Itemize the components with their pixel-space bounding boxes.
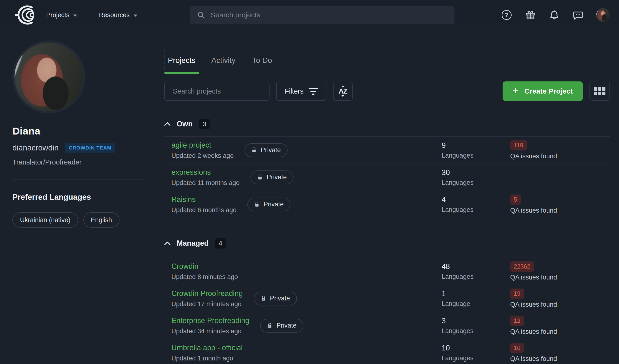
project-name-link[interactable]: Enterprise Proofreading bbox=[171, 316, 249, 325]
project-updated: Updated 11 months ago bbox=[171, 179, 239, 187]
qa-count-badge[interactable]: 19 bbox=[510, 289, 524, 299]
language-chip-ukrainian[interactable]: Ukrainian (native) bbox=[12, 212, 78, 228]
section-own-header[interactable]: Own 3 bbox=[164, 119, 610, 129]
project-row: Enterprise Proofreading Updated 34 minut… bbox=[164, 312, 610, 339]
qa-count-badge[interactable]: 22362 bbox=[510, 261, 534, 272]
filter-icon bbox=[309, 88, 318, 95]
languages-count: 30 bbox=[442, 168, 510, 177]
qa-label: QA issues found bbox=[510, 207, 610, 214]
projects-toolbar: Filters AZ + Create Project bbox=[164, 81, 610, 101]
main-panel: Projects Activity To Do Filters AZ + Cre… bbox=[164, 30, 610, 364]
private-badge-label: Private bbox=[267, 174, 287, 181]
resources-menu-label: Resources bbox=[99, 12, 130, 19]
filters-button-label: Filters bbox=[285, 87, 304, 95]
qa-label: QA issues found bbox=[510, 328, 610, 336]
lock-icon bbox=[254, 201, 259, 208]
qa-count-badge[interactable]: 5 bbox=[510, 195, 521, 205]
languages-label: Languages bbox=[442, 273, 510, 280]
languages-count: 48 bbox=[442, 262, 510, 271]
create-project-button[interactable]: + Create Project bbox=[503, 81, 583, 101]
languages-count: 4 bbox=[442, 196, 510, 204]
project-updated: Updated 1 month ago bbox=[171, 355, 243, 362]
filters-button[interactable]: Filters bbox=[276, 82, 326, 101]
section-title: Own bbox=[177, 120, 193, 128]
project-name-link[interactable]: Umbrella app - official bbox=[171, 344, 243, 352]
languages-label: Languages bbox=[442, 206, 510, 213]
project-row: Crowdin Proofreading Updated 17 minutes … bbox=[164, 285, 610, 312]
grid-icon bbox=[594, 87, 605, 95]
global-search[interactable] bbox=[190, 6, 454, 24]
private-badge-label: Private bbox=[270, 295, 290, 302]
project-row: expressions Updated 11 months ago Privat… bbox=[164, 164, 610, 191]
languages-count: 3 bbox=[442, 317, 510, 325]
chevron-down-icon bbox=[134, 14, 137, 17]
private-badge: Private bbox=[254, 292, 297, 306]
preferred-languages-title: Preferred Languages bbox=[12, 193, 153, 202]
project-updated: Updated 17 minutes ago bbox=[171, 300, 243, 308]
lock-icon bbox=[261, 295, 266, 302]
project-updated: Updated 2 weeks ago bbox=[171, 152, 234, 159]
messages-button[interactable] bbox=[572, 9, 584, 21]
nav-actions: ? bbox=[501, 8, 610, 22]
project-name-link[interactable]: Crowdin bbox=[171, 262, 238, 271]
managed-projects-list: Crowdin Updated 8 minutes ago 48 Languag… bbox=[164, 258, 610, 364]
qa-label: QA issues found bbox=[510, 274, 610, 281]
languages-count: 1 bbox=[442, 290, 510, 298]
project-updated: Updated 6 months ago bbox=[171, 206, 236, 214]
tab-projects[interactable]: Projects bbox=[164, 49, 199, 74]
project-name-link[interactable]: agile project bbox=[171, 141, 234, 150]
projects-menu[interactable]: Projects bbox=[46, 7, 77, 24]
private-badge: Private bbox=[251, 170, 294, 184]
global-search-input[interactable] bbox=[211, 11, 448, 19]
view-toggle-button[interactable] bbox=[590, 82, 610, 101]
bell-icon bbox=[549, 10, 560, 20]
qa-count-badge[interactable]: 10 bbox=[510, 343, 524, 353]
tab-todo[interactable]: To Do bbox=[251, 49, 273, 74]
project-row: Crowdin Updated 8 minutes ago 48 Languag… bbox=[164, 258, 610, 285]
section-count-badge: 4 bbox=[215, 238, 226, 249]
sort-button[interactable]: AZ bbox=[333, 82, 352, 101]
top-nav: Projects Resources ? bbox=[0, 0, 619, 30]
user-avatar[interactable] bbox=[596, 8, 610, 22]
languages-count: 10 bbox=[442, 344, 510, 352]
chevron-up-icon bbox=[164, 122, 170, 126]
languages-label: Languages bbox=[442, 179, 510, 186]
profile-tabs: Projects Activity To Do bbox=[164, 49, 610, 74]
profile-avatar[interactable] bbox=[12, 41, 85, 113]
languages-label: Languages bbox=[442, 152, 510, 159]
whats-new-button[interactable] bbox=[525, 9, 536, 21]
qa-count-badge[interactable]: 12 bbox=[510, 316, 524, 326]
chevron-up-icon bbox=[164, 241, 170, 245]
divider bbox=[12, 179, 146, 180]
lock-icon bbox=[257, 174, 263, 181]
projects-menu-label: Projects bbox=[46, 12, 70, 19]
sort-az-icon: AZ bbox=[338, 85, 347, 97]
private-badge: Private bbox=[260, 319, 303, 333]
chat-icon bbox=[573, 10, 584, 20]
notifications-button[interactable] bbox=[549, 9, 560, 21]
project-updated: Updated 8 minutes ago bbox=[171, 273, 238, 281]
qa-count-badge[interactable]: 119 bbox=[510, 140, 527, 151]
section-managed-header[interactable]: Managed 4 bbox=[164, 238, 610, 249]
languages-label: Languages bbox=[442, 354, 510, 362]
resources-menu[interactable]: Resources bbox=[99, 7, 137, 24]
project-row: agile project Updated 2 weeks ago Privat… bbox=[164, 136, 610, 164]
private-badge-label: Private bbox=[264, 201, 283, 208]
qa-label: QA issues found bbox=[510, 153, 610, 160]
language-chip-english[interactable]: English bbox=[83, 212, 120, 228]
profile-role: Translator/Proofreader bbox=[12, 158, 153, 166]
languages-label: Language bbox=[442, 300, 510, 308]
qa-label: QA issues found bbox=[510, 355, 610, 363]
private-badge: Private bbox=[247, 197, 290, 211]
tab-activity[interactable]: Activity bbox=[211, 49, 236, 74]
project-name-link[interactable]: expressions bbox=[171, 168, 239, 177]
languages-label: Languages bbox=[442, 327, 510, 335]
project-search-input[interactable] bbox=[164, 82, 269, 101]
profile-sidebar: Diana dianacrowdin CROWDIN TEAM Translat… bbox=[12, 30, 153, 364]
project-name-link[interactable]: Raisins bbox=[171, 195, 236, 204]
languages-count: 9 bbox=[442, 141, 510, 150]
help-button[interactable]: ? bbox=[501, 9, 512, 21]
project-name-link[interactable]: Crowdin Proofreading bbox=[171, 289, 243, 298]
crowdin-logo[interactable] bbox=[12, 4, 37, 26]
gift-icon bbox=[525, 10, 536, 20]
